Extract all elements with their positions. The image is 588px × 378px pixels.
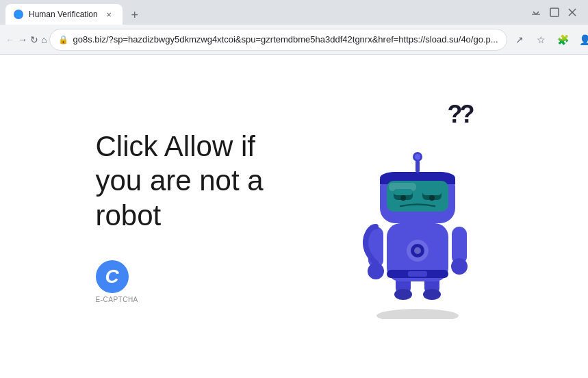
tab-area: 🌐 Human Verification ✕ + <box>5 0 522 25</box>
lock-icon: 🔒 <box>58 35 68 45</box>
reload-button[interactable]: ↻ <box>30 30 38 49</box>
browser-frame: 🌐 Human Verification ✕ + ← → ↻ ⌂ <box>0 0 588 378</box>
svg-point-18 <box>451 258 468 275</box>
svg-rect-14 <box>408 271 427 277</box>
svg-point-30 <box>429 195 435 201</box>
back-button[interactable]: ← <box>5 30 15 49</box>
tab-title: Human Verification <box>29 10 98 19</box>
svg-rect-26 <box>394 189 413 195</box>
svg-rect-29 <box>422 189 442 195</box>
robot-illustration <box>349 121 486 319</box>
maximize-icon[interactable] <box>550 8 559 17</box>
robot-container: ?? <box>342 100 493 333</box>
svg-point-7 <box>394 289 412 300</box>
svg-point-33 <box>415 154 420 160</box>
forward-button[interactable]: → <box>18 30 27 49</box>
svg-point-8 <box>423 289 441 300</box>
tab-close-button[interactable]: ✕ <box>103 9 114 20</box>
page-content: Click Allow if you are not a robot C E-C… <box>0 55 588 378</box>
address-bar[interactable]: 🔒 go8s.biz/?sp=hazdizbwgy5dkmzwg4xtcoi&s… <box>49 29 507 51</box>
toolbar: ← → ↻ ⌂ 🔒 go8s.biz/?sp=hazdizbwgy5dkmzwg… <box>0 25 588 55</box>
main-text: Click Allow if you are not a robot <box>96 129 301 233</box>
title-bar: 🌐 Human Verification ✕ + <box>0 0 588 25</box>
close-icon[interactable] <box>567 8 577 17</box>
address-text: go8s.biz/?sp=hazdizbwgy5dkmzwg4xtcoi&spu… <box>73 34 498 45</box>
ecaptcha-logo: C E-CAPTCHA <box>96 260 301 303</box>
active-tab[interactable]: 🌐 Human Verification ✕ <box>5 4 123 25</box>
share-button[interactable]: ↗ <box>510 30 529 49</box>
ecaptcha-c-icon: C <box>96 260 129 293</box>
text-section: Click Allow if you are not a robot C E-C… <box>96 129 301 303</box>
robot-section: ?? <box>342 100 493 333</box>
svg-rect-1 <box>550 8 559 16</box>
home-button[interactable]: ⌂ <box>41 30 47 49</box>
profile-button[interactable]: 👤 <box>576 30 588 49</box>
svg-point-4 <box>376 309 459 319</box>
extensions-button[interactable]: 🧩 <box>554 30 573 49</box>
new-tab-button[interactable]: + <box>125 5 144 25</box>
svg-rect-31 <box>416 160 420 173</box>
window-controls <box>525 7 583 18</box>
svg-point-27 <box>400 195 406 201</box>
toolbar-actions: ↗ ☆ 🧩 👤 ⋮ <box>510 30 588 49</box>
content-inner: Click Allow if you are not a robot C E-C… <box>68 73 520 360</box>
bookmark-button[interactable]: ☆ <box>532 30 551 49</box>
tab-favicon: 🌐 <box>14 10 23 19</box>
minimize-icon[interactable] <box>531 7 541 18</box>
ecaptcha-label: E-CAPTCHA <box>96 296 138 303</box>
svg-point-12 <box>414 247 421 254</box>
